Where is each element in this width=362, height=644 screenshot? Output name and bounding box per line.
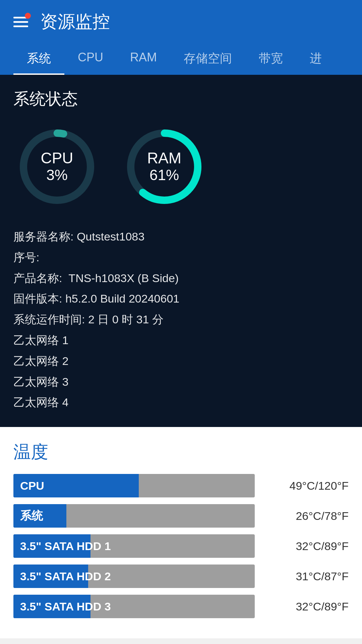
temp-bar-fill-hdd2: 3.5" SATA HDD 2 bbox=[13, 565, 88, 588]
temp-bar-hdd3: 3.5" SATA HDD 3 bbox=[13, 595, 255, 618]
tab-system[interactable]: 系统 bbox=[13, 44, 64, 75]
cpu-gauge-value: 3% bbox=[46, 167, 68, 183]
system-info: 服务器名称: Qutstest1083 序号: 产品名称: TNS-h1083X… bbox=[13, 227, 349, 412]
tab-ram[interactable]: RAM bbox=[117, 44, 170, 75]
temp-bar-system: 系统 bbox=[13, 504, 255, 528]
temp-label-hdd1: 3.5" SATA HDD 1 bbox=[20, 540, 111, 553]
network-1: 乙太网络 1 bbox=[13, 331, 349, 350]
ram-gauge-value: 61% bbox=[149, 167, 179, 183]
app-title: 资源监控 bbox=[40, 10, 110, 34]
temp-bar-hdd1: 3.5" SATA HDD 1 bbox=[13, 534, 255, 558]
temp-row-cpu: CPU 49°C/120°F bbox=[13, 474, 349, 497]
temp-bar-cpu: CPU bbox=[13, 474, 255, 497]
temp-bar-fill-hdd1: 3.5" SATA HDD 1 bbox=[13, 534, 90, 558]
product-name: 产品名称: TNS-h1083X (B Side) bbox=[13, 269, 349, 288]
temp-row-hdd3: 3.5" SATA HDD 3 32°C/89°F bbox=[13, 595, 349, 618]
tab-cpu[interactable]: CPU bbox=[64, 44, 117, 75]
temp-value-cpu: 49°C/120°F bbox=[261, 479, 349, 492]
temp-value-hdd3: 32°C/89°F bbox=[261, 600, 349, 613]
temp-row-hdd1: 3.5" SATA HDD 1 32°C/89°F bbox=[13, 534, 349, 558]
temp-label-system: 系统 bbox=[20, 508, 43, 524]
ram-gauge: RAM 61% bbox=[121, 123, 208, 210]
uptime: 系统运作时间: 2 日 0 时 31 分 bbox=[13, 310, 349, 329]
serial-number: 序号: bbox=[13, 248, 349, 267]
temperature-title: 温度 bbox=[13, 440, 349, 464]
temp-value-hdd2: 31°C/87°F bbox=[261, 570, 349, 583]
notification-dot bbox=[25, 13, 31, 19]
gauges-row: CPU 3% RAM 61% bbox=[13, 123, 349, 210]
temp-bar-fill-system: 系统 bbox=[13, 504, 66, 528]
nav-tabs: 系统 CPU RAM 存储空间 带宽 进 bbox=[13, 44, 349, 75]
system-status-section: 系统状态 CPU 3% RAM 61% bbox=[0, 75, 362, 427]
network-2: 乙太网络 2 bbox=[13, 352, 349, 371]
temp-value-hdd1: 32°C/89°F bbox=[261, 540, 349, 553]
cpu-gauge: CPU 3% bbox=[13, 123, 101, 210]
temp-label-cpu: CPU bbox=[20, 479, 44, 492]
network-3: 乙太网络 3 bbox=[13, 372, 349, 392]
firmware-version: 固件版本: h5.2.0 Build 20240601 bbox=[13, 289, 349, 309]
temp-label-hdd3: 3.5" SATA HDD 3 bbox=[20, 600, 111, 613]
cpu-gauge-label: CPU bbox=[41, 149, 73, 167]
network-4: 乙太网络 4 bbox=[13, 393, 349, 412]
temp-value-system: 26°C/78°F bbox=[261, 509, 349, 523]
ram-gauge-svg: RAM 61% bbox=[121, 123, 208, 210]
temperature-section: 温度 CPU 49°C/120°F 系统 26°C/78°F 3.5" SATA… bbox=[0, 427, 362, 638]
temp-label-hdd2: 3.5" SATA HDD 2 bbox=[20, 570, 111, 583]
temp-bar-hdd2: 3.5" SATA HDD 2 bbox=[13, 565, 255, 588]
header: 资源监控 系统 CPU RAM 存储空间 带宽 进 bbox=[0, 0, 362, 75]
menu-button[interactable] bbox=[13, 13, 30, 30]
tab-bandwidth[interactable]: 带宽 bbox=[245, 44, 296, 75]
cpu-gauge-svg: CPU 3% bbox=[13, 123, 101, 210]
temp-bar-fill-cpu: CPU bbox=[13, 474, 139, 497]
tab-storage[interactable]: 存储空间 bbox=[170, 44, 245, 75]
tab-more[interactable]: 进 bbox=[296, 44, 335, 75]
system-status-title: 系统状态 bbox=[13, 88, 349, 110]
temp-bar-fill-hdd3: 3.5" SATA HDD 3 bbox=[13, 595, 90, 618]
server-name: 服务器名称: Qutstest1083 bbox=[13, 227, 349, 247]
temp-row-system: 系统 26°C/78°F bbox=[13, 504, 349, 528]
ram-gauge-label: RAM bbox=[147, 149, 181, 167]
temp-row-hdd2: 3.5" SATA HDD 2 31°C/87°F bbox=[13, 565, 349, 588]
